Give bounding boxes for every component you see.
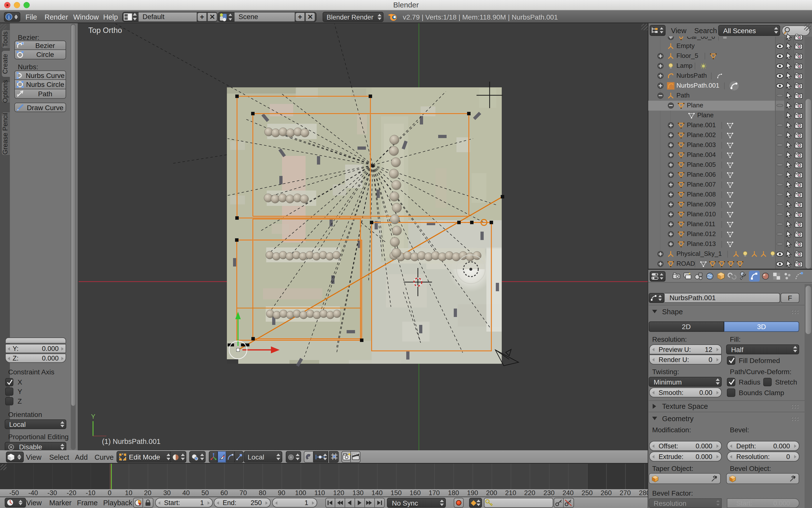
svg-text:Top Ortho: Top Ortho — [88, 26, 122, 35]
svg-text:i: i — [8, 14, 10, 20]
svg-text:Y: Y — [91, 413, 95, 420]
svg-text:(1) NurbsPath.001: (1) NurbsPath.001 — [102, 437, 161, 446]
